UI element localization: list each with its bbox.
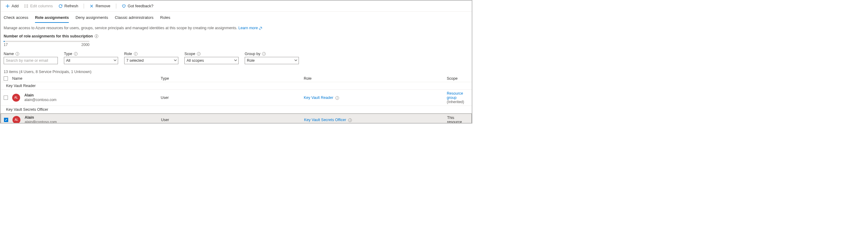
info-icon[interactable]: i xyxy=(95,34,98,38)
filter-type-label: Type i xyxy=(64,52,118,56)
row-checkbox[interactable] xyxy=(4,118,8,122)
assignments-table: Name Type Role Scope Key Vault Reader AL… xyxy=(1,75,472,124)
info-icon[interactable]: i xyxy=(348,118,352,122)
quota-progress xyxy=(4,41,90,42)
user-name: Alain xyxy=(25,115,57,120)
add-label: Add xyxy=(11,4,19,8)
filter-bar: Name i Type i All Role i 7 selected Scop… xyxy=(1,48,472,65)
plus-icon xyxy=(5,4,10,8)
columns-icon xyxy=(24,4,28,8)
filter-name-label: Name i xyxy=(4,52,58,56)
separator xyxy=(116,4,116,8)
info-icon[interactable]: i xyxy=(16,52,19,56)
quota-title: Number of role assignments for this subs… xyxy=(4,34,98,38)
info-icon[interactable]: i xyxy=(197,52,200,56)
quota-current: 17 xyxy=(4,42,8,47)
column-role[interactable]: Role xyxy=(304,76,447,80)
quota-section: Number of role assignments for this subs… xyxy=(1,31,472,48)
refresh-icon xyxy=(58,4,63,8)
column-scope[interactable]: Scope xyxy=(447,76,469,80)
info-icon[interactable]: i xyxy=(74,52,78,56)
scope-link[interactable]: Resource group xyxy=(447,91,463,100)
feedback-button[interactable]: Got feedback? xyxy=(120,3,156,9)
quota-progress-fill xyxy=(4,41,5,42)
feedback-label: Got feedback? xyxy=(128,4,154,8)
refresh-button[interactable]: Refresh xyxy=(57,3,80,9)
remove-button[interactable]: Remove xyxy=(88,3,112,9)
tab-deny-assignments[interactable]: Deny assignments xyxy=(75,15,108,23)
scope-suffix: (Inherited) xyxy=(447,100,464,104)
description-body: Manage access to Azure resources for use… xyxy=(4,26,238,30)
separator xyxy=(84,4,84,8)
tab-roles[interactable]: Roles xyxy=(160,15,170,23)
user-email: alain@contoso.com xyxy=(24,98,57,102)
learn-more-link[interactable]: Learn more xyxy=(238,26,262,30)
refresh-label: Refresh xyxy=(64,4,79,8)
avatar: AL xyxy=(12,94,20,102)
filter-role-label: Role i xyxy=(124,52,178,56)
group-header[interactable]: Key Vault Secrets Officer xyxy=(1,106,472,114)
info-icon[interactable]: i xyxy=(262,52,266,56)
table-row[interactable]: AL Alain alain@contoso.com User Key Vaul… xyxy=(1,114,472,124)
column-name[interactable]: Name xyxy=(12,76,161,80)
cell-scope: This resource xyxy=(447,116,468,124)
column-type[interactable]: Type xyxy=(161,76,304,80)
items-summary: 13 items (4 Users, 8 Service Principals,… xyxy=(1,65,472,75)
table-header: Name Type Role Scope xyxy=(1,75,472,82)
table-row[interactable]: AL Alain alain@contoso.com User Key Vaul… xyxy=(1,90,472,106)
command-bar: Add Edit columns Refresh Remove Got feed… xyxy=(1,1,472,11)
select-all-checkbox[interactable] xyxy=(4,76,8,80)
role-select[interactable]: 7 selected xyxy=(124,57,178,64)
filter-groupby-label: Group by i xyxy=(245,52,299,56)
tab-check-access[interactable]: Check access xyxy=(4,15,28,23)
edit-columns-label: Edit columns xyxy=(30,4,53,8)
tab-strip: Check access Role assignments Deny assig… xyxy=(1,11,472,23)
search-input[interactable] xyxy=(4,57,58,64)
type-select[interactable]: All xyxy=(64,57,118,64)
tab-classic-admins[interactable]: Classic administrators xyxy=(115,15,153,23)
groupby-select[interactable]: Role xyxy=(245,57,299,64)
chevron-down-icon xyxy=(234,58,237,63)
info-icon[interactable]: i xyxy=(134,52,137,56)
chevron-down-icon xyxy=(294,58,297,63)
avatar: AL xyxy=(12,116,21,124)
quota-max: 2000 xyxy=(81,42,90,47)
tab-role-assignments[interactable]: Role assignments xyxy=(35,15,69,23)
user-email: alain@contoso.com xyxy=(25,120,57,124)
edit-columns-button: Edit columns xyxy=(22,3,55,9)
heart-icon xyxy=(122,4,126,8)
chevron-down-icon xyxy=(174,58,177,63)
remove-icon xyxy=(90,4,94,8)
remove-label: Remove xyxy=(96,4,110,8)
row-checkbox[interactable] xyxy=(4,96,8,100)
user-name: Alain xyxy=(24,93,57,98)
role-link[interactable]: Key Vault Reader xyxy=(304,96,333,100)
group-header[interactable]: Key Vault Reader xyxy=(1,82,472,90)
chevron-down-icon xyxy=(114,58,117,63)
scope-select[interactable]: All scopes xyxy=(184,57,239,64)
filter-scope-label: Scope i xyxy=(184,52,239,56)
info-icon[interactable]: i xyxy=(335,96,339,100)
role-link[interactable]: Key Vault Secrets Officer xyxy=(304,118,346,122)
add-button[interactable]: Add xyxy=(4,3,21,9)
cell-type: User xyxy=(161,118,304,122)
description-text: Manage access to Azure resources for use… xyxy=(1,23,472,31)
cell-type: User xyxy=(161,96,304,100)
